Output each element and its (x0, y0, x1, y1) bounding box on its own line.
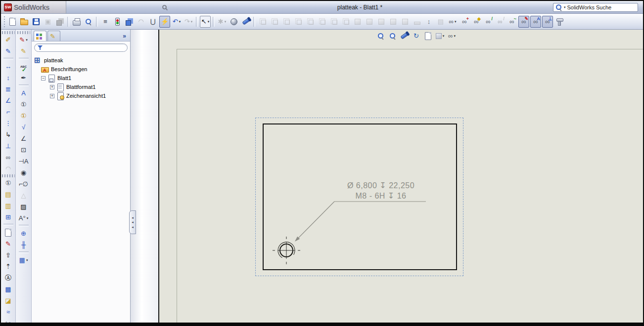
new-document-icon[interactable]: ▾ (7, 16, 18, 28)
smart-dimension-icon[interactable]: ✐ ▾ (2, 34, 15, 45)
chevron-down-icon[interactable]: ▾ (564, 5, 566, 9)
hole-callout-box-icon[interactable]: ⊡ ▾ (17, 144, 30, 156)
glasses-annotation-icon[interactable]: ∞ A ▾ (530, 16, 541, 28)
separator[interactable]: ▾ (19, 225, 29, 227)
projected-view-icon[interactable]: ⇧ ▾ (2, 249, 15, 261)
panel-expand-chevron[interactable]: » (123, 33, 128, 41)
tab-featuremanager[interactable] (34, 31, 46, 41)
tree-item-beschriftungen[interactable]: Beschriftungen (33, 65, 129, 74)
tree-item-platteak[interactable]: platteak (33, 56, 129, 65)
horizontal-dimension-icon[interactable]: ↔ ▾ (2, 61, 15, 72)
crop-view-icon[interactable]: ✂ ▾ (2, 318, 15, 326)
balloon-icon[interactable]: ① ▾ (17, 99, 30, 110)
panel-collapse-handle[interactable]: ◂ ◂ ◂ (129, 210, 136, 234)
shaded-cube-icon[interactable]: ▾ (352, 16, 363, 28)
display-glasses-icon[interactable]: ∞ ▾ (447, 16, 458, 28)
shaded-cube2-icon[interactable]: ▾ (364, 16, 375, 28)
glasses-curve-icon[interactable]: ∞ ~ ▾ (506, 16, 517, 28)
revision-symbol-icon[interactable]: △ ▾ (17, 190, 30, 201)
datum-target-icon[interactable]: ◉ ▾ (17, 167, 30, 178)
dropdown-arrow-icon[interactable]: ▾ (179, 20, 181, 24)
new-sheet-format-icon[interactable]: ▥ ▾ (2, 200, 15, 211)
render-sphere-icon[interactable]: ▾ (229, 16, 239, 28)
traffic-light-icon[interactable]: ▾ (112, 16, 123, 28)
expand-toggle[interactable]: − (41, 76, 46, 81)
print-icon[interactable]: ▾ (71, 16, 82, 28)
print-preview-icon[interactable]: ▾ (83, 16, 94, 28)
new-sheet-icon[interactable]: ▤ ▾ (2, 189, 15, 200)
shaded-cube4-icon[interactable]: ▾ (388, 16, 399, 28)
glasses-edge-icon[interactable]: ∞ / ▾ (483, 16, 494, 28)
search-box[interactable]: ▾ SolidWorks Suche (553, 3, 638, 12)
spellcheck-icon[interactable]: ABC ▾ (17, 61, 30, 72)
dropdown-arrow-icon[interactable]: ▾ (455, 20, 457, 24)
hide-show-icon[interactable]: ∞ ▾ (2, 152, 15, 163)
view-iso-icon[interactable]: ▾ (328, 16, 339, 28)
separator[interactable]: ▾ (67, 17, 69, 27)
annotation-scale-icon[interactable]: A° ▾ (17, 212, 30, 224)
separator[interactable]: ▾ (19, 84, 29, 86)
view-trimetric-icon[interactable]: ▾ (340, 16, 351, 28)
separator[interactable]: ▾ (19, 58, 29, 60)
save-all-icon[interactable]: ▣ ▾ (43, 16, 53, 28)
datum-icon[interactable]: ⊥ ▾ (2, 140, 15, 152)
dropdown-arrow-icon[interactable]: ▾ (27, 216, 29, 220)
view-front-icon[interactable]: ▾ (257, 16, 268, 28)
rebuild-icon[interactable]: ▾ (124, 16, 135, 28)
auxiliary-view-icon[interactable]: ⇡ ▾ (2, 261, 15, 272)
note-icon[interactable]: A ▾ (17, 87, 30, 99)
dropdown-arrow-icon[interactable]: ▾ (225, 20, 227, 24)
undo-icon[interactable]: ↶ ▾ (171, 16, 182, 28)
model-items-icon[interactable]: ✎ ▾ (2, 238, 15, 249)
dropdown-arrow-icon[interactable]: ▾ (26, 258, 28, 262)
format-painter-icon[interactable]: ✒ ▾ (17, 72, 30, 83)
dropdown-arrow-icon[interactable]: ▾ (208, 20, 210, 24)
separator[interactable]: ▾ (213, 17, 215, 27)
attach-dimension-icon[interactable]: ↳ ▾ (2, 129, 15, 140)
vertical-dimension-icon[interactable]: ↕ ▾ (2, 72, 15, 83)
standard-view-icon[interactable]: ▾ (2, 227, 15, 238)
gear-icon[interactable]: ✱ ▾ (217, 16, 228, 28)
tree-item-blatt1[interactable]: − Blatt1 (33, 74, 129, 82)
expand-toggle[interactable]: + (50, 94, 54, 98)
clamp-icon[interactable]: ⋃ ▾ (147, 16, 158, 28)
tree-item-blattformat1[interactable]: + Blattformat1 (33, 82, 129, 91)
open-document-icon[interactable]: ▾ (19, 16, 30, 28)
magnifier-one-icon[interactable]: ① ▾ (2, 177, 15, 189)
broken-out-section-icon[interactable]: ▩ ▾ (2, 284, 15, 295)
separator[interactable]: ▾ (253, 17, 255, 27)
centerline-icon[interactable]: ╫ ▾ (17, 239, 30, 250)
dropdown-arrow-icon[interactable]: ▾ (26, 38, 28, 42)
separator[interactable]: ▾ (3, 58, 13, 60)
pack-and-go-icon[interactable]: ▾ (54, 16, 65, 28)
area-hatch-icon[interactable]: ▨ ▾ (17, 201, 30, 212)
save-icon[interactable]: ▾ (31, 16, 42, 28)
tree-filter-input[interactable] (45, 44, 124, 51)
glasses-edge-gray-icon[interactable]: ∞ / ▾ (495, 16, 506, 28)
glasses-move-icon[interactable]: ∞ + ▾ (459, 16, 470, 28)
redo-icon[interactable]: ↷ ▾ (183, 16, 194, 28)
section-view-icon[interactable]: ◪ ▾ (2, 295, 15, 306)
select-cursor-icon[interactable]: ↖ ▾ (200, 16, 211, 28)
datum-feature-icon[interactable]: ⊣A ▾ (17, 156, 30, 167)
view-left-icon[interactable]: ▾ (281, 16, 292, 28)
chamfer-dimension-icon[interactable]: ⌐ ▾ (2, 106, 15, 118)
separator[interactable]: ▾ (3, 224, 13, 226)
separator[interactable]: ▾ (196, 17, 198, 27)
glasses-diamond-icon[interactable]: ∞ ◆ ▾ (471, 16, 482, 28)
separator[interactable]: ▾ (96, 17, 98, 27)
glasses-origin-icon[interactable]: ∞ ⊥ ▾ (542, 16, 553, 28)
hole-callout-icon[interactable]: ⌐∅ ▾ (17, 178, 30, 190)
dimension-pencil-icon[interactable]: ✎ ▾ (2, 45, 15, 57)
screw-icon[interactable]: ▾ (554, 16, 565, 28)
ordinate-set-icon[interactable]: ⋮ ▾ (2, 118, 15, 129)
baseline-dimension-icon[interactable]: ≣ ▾ (2, 83, 15, 95)
flat-cube-icon[interactable]: ▾ (412, 16, 422, 28)
expand-toggle[interactable]: + (50, 85, 54, 89)
sketch-arc-icon[interactable]: ◠ ▾ (136, 16, 146, 28)
glasses-sketch-icon[interactable]: ∞ ✎ ▾ (518, 16, 529, 28)
break-view-icon[interactable]: ≈ ▾ (2, 306, 15, 318)
graphics-area[interactable]: ▾ ▾ ▾ ↻ (158, 30, 643, 326)
flashlight-icon[interactable]: ▾ (240, 16, 251, 28)
arc-tool-icon[interactable]: ◠ ▾ (2, 163, 15, 174)
